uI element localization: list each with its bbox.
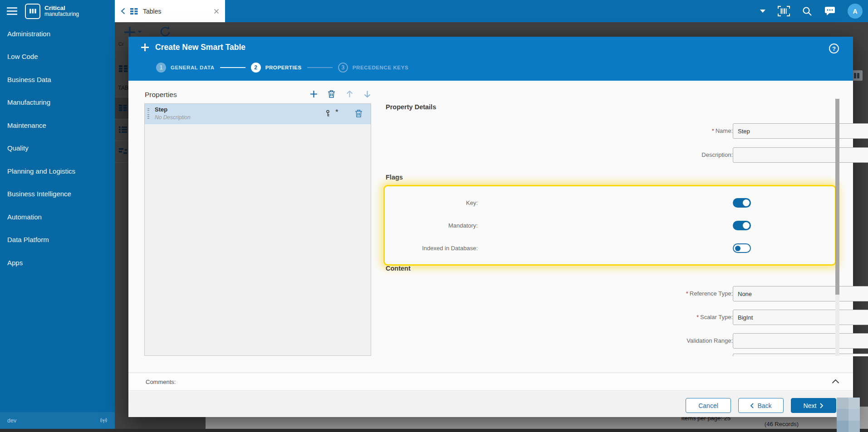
redacted-pixelated-region	[837, 398, 860, 432]
next-button[interactable]: Next	[791, 398, 836, 413]
cancel-button[interactable]: Cancel	[686, 398, 731, 413]
add-property-icon[interactable]	[310, 90, 318, 98]
tab-label: Tables	[143, 8, 209, 15]
comments-label: Comments:	[146, 379, 176, 385]
sidebar-item-business-data[interactable]: Business Data	[0, 68, 115, 91]
step-label: PROPERTIES	[265, 65, 302, 70]
sidebar-item-planning-and-logistics[interactable]: Planning and Logistics	[0, 160, 115, 183]
key-flag-row: Key:	[378, 198, 836, 208]
details-scrollbar[interactable]	[835, 99, 839, 356]
plus-icon	[141, 43, 149, 52]
chevron-down-icon[interactable]	[760, 10, 765, 13]
create-button-label-partial: Cr	[118, 41, 124, 47]
name-field-row: *Name:	[378, 123, 836, 139]
cancel-button-label: Cancel	[698, 402, 718, 409]
required-asterisk: *	[712, 127, 714, 134]
properties-panel-title: Properties	[145, 91, 177, 99]
sidebar-item-data-platform[interactable]: Data Platform	[0, 228, 115, 252]
reference-type-row: *Reference Type: None	[378, 286, 836, 301]
back-button[interactable]: Back	[738, 398, 784, 413]
flags-heading: Flags	[386, 174, 403, 181]
help-icon[interactable]: ?	[829, 44, 839, 53]
mandatory-label: Mandatory:	[448, 222, 478, 229]
step-connector	[220, 67, 245, 68]
wizard-step-properties[interactable]: 2 PROPERTIES	[251, 63, 302, 73]
hamburger-menu-icon[interactable]	[6, 7, 18, 15]
app-logo[interactable]: Critical manufacturing	[25, 4, 79, 19]
drag-handle-icon[interactable]	[147, 108, 149, 119]
sidebar-nav: Administration Low Code Business Data Ma…	[0, 22, 115, 274]
sidebar-item-apps[interactable]: Apps	[0, 251, 115, 274]
move-up-icon[interactable]	[346, 90, 353, 98]
app-window: Critical manufacturing Administration Lo…	[0, 0, 868, 432]
key-toggle[interactable]	[733, 198, 751, 208]
sidebar-footer: dev	[0, 412, 115, 429]
sidebar-item-automation[interactable]: Automation	[0, 205, 115, 228]
scrollbar-thumb[interactable]	[835, 99, 839, 295]
chevron-left-icon	[750, 403, 754, 408]
key-label: Key:	[466, 199, 478, 206]
environment-label: dev	[7, 417, 16, 424]
scalar-type-label: *Scalar Type:	[696, 314, 733, 320]
indexed-flag-row: Indexed in Database:	[378, 243, 836, 253]
delete-property-icon[interactable]	[328, 90, 335, 98]
wizard-step-general-data[interactable]: 1 GENERAL DATA	[156, 63, 215, 73]
sidebar-item-business-intelligence[interactable]: Business Intelligence	[0, 183, 115, 206]
move-down-icon[interactable]	[363, 90, 371, 98]
tab-tables[interactable]: Tables	[115, 0, 225, 22]
sidebar-header: Critical manufacturing	[0, 0, 115, 22]
property-item-description: No Description	[155, 114, 191, 121]
property-item-name: Step	[155, 106, 167, 113]
sidebar-item-low-code[interactable]: Low Code	[0, 45, 115, 68]
scalar-type-dropdown[interactable]: BigInt	[733, 310, 868, 325]
row-grid-icon	[119, 105, 127, 111]
comments-section: Comments:	[128, 373, 853, 391]
back-chevron-icon[interactable]	[121, 8, 125, 15]
property-list-item-step[interactable]: Step No Description *	[145, 104, 371, 124]
description-input[interactable]	[733, 147, 868, 163]
brand-line2: manufacturing	[44, 11, 79, 17]
modal-header: Create New Smart Table ? 1 GENERAL DATA …	[128, 37, 853, 81]
sidebar-item-manufacturing[interactable]: Manufacturing	[0, 91, 115, 114]
scalar-type-value: BigInt	[738, 314, 868, 321]
validation-range-input[interactable]	[733, 333, 868, 349]
properties-list: Step No Description *	[144, 103, 371, 356]
wizard-step-precedence-keys[interactable]: 3 PRECEDENCE KEYS	[338, 63, 408, 73]
collapse-chevron-icon[interactable]	[832, 379, 839, 383]
name-label: *Name:	[712, 127, 733, 134]
indexed-in-database-toggle[interactable]	[733, 243, 751, 253]
grid-column-header-partial: TAB	[118, 85, 128, 91]
step-label: GENERAL DATA	[171, 65, 215, 70]
search-icon[interactable]	[802, 6, 812, 16]
scalar-type-row: *Scalar Type: BigInt	[378, 310, 836, 325]
sidebar-item-maintenance[interactable]: Maintenance	[0, 114, 115, 137]
barcode-scanner-icon[interactable]	[778, 6, 790, 16]
step-number: 3	[338, 63, 348, 73]
content-heading: Content	[386, 265, 411, 272]
delete-item-icon[interactable]	[355, 109, 363, 119]
key-icon	[324, 110, 331, 119]
sidebar-item-administration[interactable]: Administration	[0, 22, 115, 45]
modal-footer: Cancel Back Next	[128, 391, 853, 417]
user-avatar[interactable]: A	[848, 4, 863, 19]
row-split-icon	[119, 148, 127, 155]
indexed-in-database-label: Indexed in Database:	[422, 245, 478, 252]
chevron-right-icon	[820, 403, 824, 408]
reference-type-dropdown[interactable]: None	[733, 286, 868, 301]
sidebar: Critical manufacturing Administration Lo…	[0, 0, 115, 432]
modal-title: Create New Smart Table	[155, 43, 245, 52]
messages-icon[interactable]	[824, 6, 835, 16]
row-list-icon	[119, 126, 127, 133]
name-input[interactable]	[733, 123, 868, 139]
required-asterisk: *	[696, 314, 699, 320]
mandatory-toggle[interactable]	[733, 221, 751, 230]
connectivity-icon	[100, 417, 108, 424]
reference-type-label: *Reference Type:	[686, 290, 733, 297]
step-number: 2	[251, 63, 261, 73]
sidebar-item-quality[interactable]: Quality	[0, 137, 115, 160]
mandatory-flag-row: Mandatory:	[378, 221, 836, 231]
create-smart-table-modal: Create New Smart Table ? 1 GENERAL DATA …	[128, 37, 853, 417]
topbar-icons: A	[760, 0, 863, 22]
tab-close-icon[interactable]	[214, 9, 219, 14]
logo-bars-icon	[25, 4, 40, 19]
